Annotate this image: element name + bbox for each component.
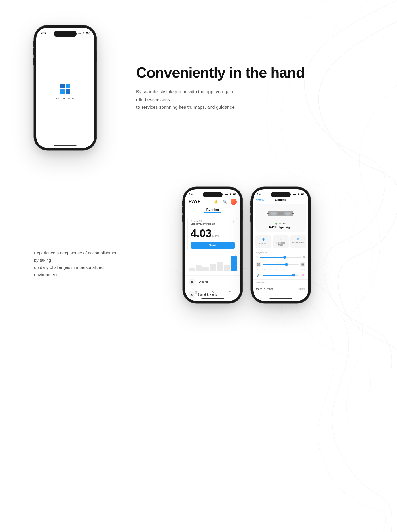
information-label: Information	[256, 281, 266, 283]
general-header: ‹ Home General	[253, 197, 308, 202]
section-2: Experience a deep sense of accomplishmen…	[0, 170, 397, 326]
connect-status: Connect	[275, 222, 286, 225]
raye-header: RAYE 🔔 🔍	[185, 197, 240, 206]
user-avatar[interactable]	[231, 199, 237, 205]
svg-rect-7	[236, 194, 236, 195]
opacity-row	[253, 260, 308, 269]
model-number-value: H4820	[298, 288, 305, 290]
bluetooth-icon: ✱	[262, 237, 265, 241]
main-headline: Conveniently in the hand	[136, 64, 363, 81]
distance-value: 4.03	[191, 228, 212, 239]
chart-y-labels: 9 6 3 0mi	[235, 254, 238, 271]
home-indicator-1	[54, 145, 77, 146]
tab-running[interactable]: Running	[204, 207, 221, 213]
card-label: Today • 0.5	[191, 220, 215, 222]
svg-rect-15	[278, 212, 284, 215]
nav-menu[interactable]: ≡	[226, 289, 233, 295]
menu-item-general[interactable]: ⚙ General ›	[185, 275, 240, 288]
mute-button	[33, 41, 34, 47]
svg-rect-6	[233, 193, 235, 195]
volume-fill	[263, 275, 293, 276]
activity-chart: 9 6 3 0mi	[187, 254, 238, 274]
volume-max-icon: 🌸	[300, 273, 305, 278]
logo-quad-tr	[66, 84, 71, 89]
device-name-label: RAYE Hypersight	[269, 226, 292, 229]
bar-3	[202, 267, 209, 271]
status-icons-3: ●●●	[293, 193, 304, 195]
search-icon[interactable]: 🔍	[221, 198, 228, 205]
opacity-thumb[interactable]	[285, 263, 288, 266]
svg-point-18	[271, 212, 276, 216]
phone-notch-1	[54, 31, 77, 37]
phone-screen-3: 9:41 ●●● ‹ Home General	[253, 189, 308, 301]
nav-home[interactable]: ⌂	[210, 289, 216, 295]
brightness-section-label: Brightness	[253, 250, 308, 254]
battery-saver-label: Battery Saver	[292, 242, 304, 244]
volume-thumb[interactable]	[292, 274, 295, 276]
general-icon: ⚙	[189, 278, 195, 285]
svg-point-8	[298, 195, 299, 195]
toggle-group: ✱ Bluetooth › HiddiMod Mode ⟳ Battery Sa…	[253, 233, 308, 250]
logo-quad-br	[66, 89, 71, 94]
bottom-nav-raye: ▦ ⌂ ≡	[187, 287, 238, 297]
home-indicator-2	[201, 298, 224, 299]
battery-saver-icon: ⟳	[297, 237, 299, 241]
main-subtext: By seamlessly integrating with the app, …	[136, 88, 250, 111]
volume-icon: 🔊	[256, 273, 261, 278]
brightness-high-icon: ☀	[303, 255, 305, 259]
text-block-2: Experience a deep sense of accomplishmen…	[34, 187, 119, 278]
general-label: General	[198, 280, 208, 284]
home-indicator-3	[269, 298, 292, 299]
bar-2	[196, 265, 202, 271]
start-button[interactable]: Start	[191, 242, 235, 249]
signal-3: ●●●	[293, 193, 296, 195]
back-button[interactable]: ‹ Home	[256, 198, 264, 201]
signal-icon: ●●●	[77, 32, 81, 34]
percent-t5: I	[289, 269, 289, 271]
svg-rect-3	[89, 32, 90, 33]
brightness-fill	[260, 257, 284, 258]
brightness-thumb[interactable]	[283, 256, 286, 259]
brightness-slider-row: ☀ ☀	[253, 254, 308, 260]
connect-dot	[275, 223, 277, 225]
toggle-hiddimod[interactable]: › HiddiMod Mode	[273, 235, 288, 248]
phone-frame-1: 9:41 ●●●	[34, 25, 96, 150]
brightness-slider[interactable]	[260, 257, 301, 258]
opacity-slider[interactable]	[263, 264, 299, 265]
time-3: 9:41	[257, 193, 262, 195]
svg-rect-16	[267, 213, 269, 214]
hiddimod-icon: ›	[280, 237, 281, 241]
chevron-general: ›	[236, 280, 237, 284]
chart-bars	[187, 254, 238, 271]
status-icons-1: ●●●	[77, 32, 90, 34]
bar-5	[217, 262, 223, 271]
raye-header-icons: 🔔 🔍	[212, 198, 237, 205]
phone-1-container: 9:41 ●●●	[34, 25, 96, 150]
volume-slider[interactable]	[263, 275, 299, 276]
bar-1	[189, 268, 195, 271]
percent-t3: I	[276, 269, 277, 271]
percent-t2: I	[270, 269, 271, 271]
bar-6	[224, 265, 230, 271]
percent-t6: I	[295, 269, 295, 271]
volume-up-3	[250, 207, 251, 213]
text-block-1: Conveniently in the hand By seamlessly i…	[119, 64, 363, 111]
toggle-battery-saver[interactable]: ⟳ Battery Saver	[290, 235, 306, 248]
opacity-max-icon	[300, 262, 305, 267]
brand-name: HYPERSIGHT	[54, 97, 77, 100]
card-subtitle: Monday Morning Run	[191, 222, 215, 225]
model-number-row: Model Number H4820	[253, 286, 308, 292]
time-display-1: 9:41	[41, 31, 46, 34]
percent-t1: I	[264, 269, 265, 271]
power-button-2	[242, 210, 243, 220]
splash-screen: HYPERSIGHT	[36, 36, 94, 148]
bell-icon[interactable]: 🔔	[212, 198, 219, 205]
distance-display: 4.03 Miles	[191, 227, 235, 240]
section-1: 9:41 ●●●	[0, 0, 397, 170]
toggle-bluetooth[interactable]: ✱ Bluetooth	[255, 235, 271, 248]
volume-down-3	[250, 215, 251, 222]
nav-grid[interactable]: ▦	[193, 289, 199, 295]
svg-rect-21	[258, 264, 259, 265]
svg-point-4	[230, 195, 231, 195]
phone-screen-1: 9:41 ●●●	[36, 28, 94, 148]
